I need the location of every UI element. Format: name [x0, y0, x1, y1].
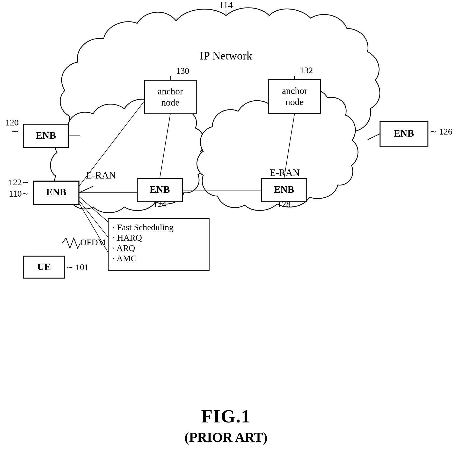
svg-text:node: node	[161, 97, 179, 108]
prior-art-label: (PRIOR ART)	[185, 430, 267, 445]
anchor-node-132: anchor node	[269, 80, 320, 113]
svg-text:ENB: ENB	[36, 130, 56, 141]
ref-126: ∼ 126	[430, 127, 452, 136]
svg-text:· HARQ: · HARQ	[113, 233, 142, 242]
enb-122: ENB	[34, 181, 79, 204]
svg-text:· AMC: · AMC	[113, 254, 137, 263]
figure-caption: FIG.1 (PRIOR ART)	[185, 406, 267, 445]
svg-text:anchor: anchor	[282, 86, 307, 96]
enb-124: ENB	[137, 178, 183, 202]
svg-text:anchor: anchor	[158, 86, 183, 96]
ref-110: 110∼	[9, 189, 29, 198]
ref-132: 132	[300, 65, 313, 75]
svg-text:ENB: ENB	[46, 187, 66, 197]
ref-114: 114	[219, 0, 233, 10]
ofdm-signal: OFDM	[62, 237, 106, 248]
ref-120: 120	[5, 118, 19, 127]
svg-rect-1	[144, 80, 196, 114]
enb-126: ENB	[380, 122, 428, 146]
diagram-container: IP Network E-RAN E-RAN 114 anchor node 1…	[0, 0, 452, 476]
ref-128: 128	[278, 199, 291, 209]
ref-130: 130	[176, 66, 189, 76]
enb-128: ENB	[261, 178, 307, 202]
svg-text:∼: ∼	[11, 127, 19, 136]
ref-124: 124	[153, 199, 166, 209]
svg-line-27	[368, 134, 380, 140]
ue-box: UE	[23, 256, 65, 278]
ref-101: ∼ 101	[66, 262, 89, 272]
svg-text:· ARQ: · ARQ	[113, 243, 135, 253]
svg-text:UE: UE	[37, 261, 51, 272]
svg-text:ENB: ENB	[150, 184, 170, 195]
svg-text:ENB: ENB	[274, 184, 294, 195]
enb-120: ENB	[23, 124, 69, 147]
svg-text:node: node	[286, 97, 304, 107]
svg-text:ENB: ENB	[394, 128, 414, 139]
features-box: · Fast Scheduling · HARQ · ARQ · AMC	[108, 219, 209, 270]
ofdm-label: OFDM	[80, 237, 106, 247]
ref-122: 122∼	[9, 177, 29, 187]
svg-text:· Fast Scheduling: · Fast Scheduling	[113, 222, 173, 232]
svg-rect-5	[269, 80, 320, 113]
ip-network-label: IP Network	[200, 49, 252, 62]
anchor-node-130: anchor node	[144, 80, 196, 114]
fig-label: FIG.1	[185, 406, 267, 427]
